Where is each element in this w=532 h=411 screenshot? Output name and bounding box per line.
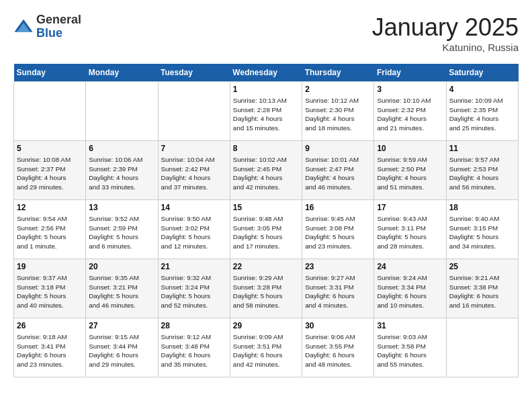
calendar-cell: 15Sunrise: 9:48 AM Sunset: 3:05 PM Dayli… — [230, 200, 302, 259]
day-info: Sunrise: 9:29 AM Sunset: 3:28 PM Dayligh… — [233, 273, 299, 310]
calendar-cell: 2Sunrise: 10:12 AM Sunset: 2:30 PM Dayli… — [302, 82, 374, 141]
day-number: 15 — [233, 203, 299, 212]
calendar-cell — [158, 82, 230, 141]
day-info: Sunrise: 9:18 AM Sunset: 3:41 PM Dayligh… — [17, 332, 83, 369]
day-number: 29 — [233, 321, 299, 330]
day-info: Sunrise: 9:40 AM Sunset: 3:15 PM Dayligh… — [449, 214, 515, 251]
day-info: Sunrise: 9:50 AM Sunset: 3:02 PM Dayligh… — [161, 214, 227, 251]
month-title: January 2025 — [372, 13, 519, 42]
day-number: 27 — [89, 321, 154, 330]
calendar-cell: 30Sunrise: 9:06 AM Sunset: 3:55 PM Dayli… — [302, 318, 374, 377]
logo-text: General Blue — [36, 13, 81, 40]
weekday-header-monday: Monday — [86, 64, 158, 82]
calendar-cell: 18Sunrise: 9:40 AM Sunset: 3:15 PM Dayli… — [446, 200, 518, 259]
week-row-1: 5Sunrise: 10:08 AM Sunset: 2:37 PM Dayli… — [14, 141, 519, 200]
day-info: Sunrise: 10:02 AM Sunset: 2:45 PM Daylig… — [233, 155, 299, 192]
week-row-2: 12Sunrise: 9:54 AM Sunset: 2:56 PM Dayli… — [14, 200, 519, 259]
day-info: Sunrise: 9:24 AM Sunset: 3:34 PM Dayligh… — [377, 273, 443, 310]
day-number: 12 — [17, 203, 83, 212]
day-number: 8 — [233, 144, 299, 153]
day-info: Sunrise: 9:09 AM Sunset: 3:51 PM Dayligh… — [233, 332, 299, 369]
calendar-cell: 23Sunrise: 9:27 AM Sunset: 3:31 PM Dayli… — [302, 259, 374, 318]
calendar-cell: 11Sunrise: 9:57 AM Sunset: 2:53 PM Dayli… — [446, 141, 518, 200]
weekday-header-thursday: Thursday — [302, 64, 374, 82]
day-info: Sunrise: 9:48 AM Sunset: 3:05 PM Dayligh… — [233, 214, 299, 251]
logo-general-text: General — [36, 13, 81, 27]
calendar-cell: 25Sunrise: 9:21 AM Sunset: 3:38 PM Dayli… — [446, 259, 518, 318]
day-number: 7 — [161, 144, 227, 153]
calendar-cell: 3Sunrise: 10:10 AM Sunset: 2:32 PM Dayli… — [374, 82, 446, 141]
logo: General Blue — [13, 13, 81, 40]
day-info: Sunrise: 10:12 AM Sunset: 2:30 PM Daylig… — [305, 96, 371, 133]
calendar-cell: 14Sunrise: 9:50 AM Sunset: 3:02 PM Dayli… — [158, 200, 230, 259]
calendar-cell: 13Sunrise: 9:52 AM Sunset: 2:59 PM Dayli… — [86, 200, 158, 259]
calendar-cell: 6Sunrise: 10:06 AM Sunset: 2:39 PM Dayli… — [86, 141, 158, 200]
day-info: Sunrise: 9:32 AM Sunset: 3:24 PM Dayligh… — [161, 273, 227, 310]
weekday-header-saturday: Saturday — [446, 64, 518, 82]
day-number: 31 — [377, 321, 443, 330]
day-number: 22 — [233, 262, 299, 271]
calendar-cell: 26Sunrise: 9:18 AM Sunset: 3:41 PM Dayli… — [14, 318, 86, 377]
weekday-header-friday: Friday — [374, 64, 446, 82]
day-info: Sunrise: 9:57 AM Sunset: 2:53 PM Dayligh… — [449, 155, 515, 192]
day-number: 20 — [89, 262, 154, 271]
day-number: 18 — [449, 203, 515, 212]
calendar-cell: 20Sunrise: 9:35 AM Sunset: 3:21 PM Dayli… — [86, 259, 158, 318]
day-info: Sunrise: 10:04 AM Sunset: 2:42 PM Daylig… — [161, 155, 227, 192]
weekday-header-wednesday: Wednesday — [230, 64, 302, 82]
day-number: 5 — [17, 144, 83, 153]
calendar-cell: 9Sunrise: 10:01 AM Sunset: 2:47 PM Dayli… — [302, 141, 374, 200]
day-number: 9 — [305, 144, 371, 153]
day-number: 2 — [305, 85, 371, 94]
day-number: 21 — [161, 262, 227, 271]
logo-icon — [13, 17, 34, 37]
calendar-cell: 7Sunrise: 10:04 AM Sunset: 2:42 PM Dayli… — [158, 141, 230, 200]
calendar-cell — [86, 82, 158, 141]
day-number: 30 — [305, 321, 371, 330]
calendar-cell: 12Sunrise: 9:54 AM Sunset: 2:56 PM Dayli… — [14, 200, 86, 259]
calendar-table: SundayMondayTuesdayWednesdayThursdayFrid… — [13, 64, 519, 377]
calendar-cell: 21Sunrise: 9:32 AM Sunset: 3:24 PM Dayli… — [158, 259, 230, 318]
day-info: Sunrise: 10:13 AM Sunset: 2:28 PM Daylig… — [233, 96, 299, 133]
calendar-cell: 22Sunrise: 9:29 AM Sunset: 3:28 PM Dayli… — [230, 259, 302, 318]
day-number: 26 — [17, 321, 83, 330]
calendar-cell: 8Sunrise: 10:02 AM Sunset: 2:45 PM Dayli… — [230, 141, 302, 200]
day-number: 17 — [377, 203, 443, 212]
calendar-cell: 1Sunrise: 10:13 AM Sunset: 2:28 PM Dayli… — [230, 82, 302, 141]
day-number: 1 — [233, 85, 299, 94]
day-info: Sunrise: 9:59 AM Sunset: 2:50 PM Dayligh… — [377, 155, 443, 192]
day-number: 23 — [305, 262, 371, 271]
calendar-cell: 19Sunrise: 9:37 AM Sunset: 3:18 PM Dayli… — [14, 259, 86, 318]
day-info: Sunrise: 10:06 AM Sunset: 2:39 PM Daylig… — [89, 155, 154, 192]
title-block: January 2025 Katunino, Russia — [372, 13, 519, 53]
day-number: 14 — [161, 203, 227, 212]
day-number: 3 — [377, 85, 443, 94]
calendar-cell: 28Sunrise: 9:12 AM Sunset: 3:48 PM Dayli… — [158, 318, 230, 377]
calendar-cell: 29Sunrise: 9:09 AM Sunset: 3:51 PM Dayli… — [230, 318, 302, 377]
calendar-cell: 24Sunrise: 9:24 AM Sunset: 3:34 PM Dayli… — [374, 259, 446, 318]
day-info: Sunrise: 9:35 AM Sunset: 3:21 PM Dayligh… — [89, 273, 154, 310]
logo-blue-text: Blue — [36, 27, 81, 40]
day-info: Sunrise: 9:37 AM Sunset: 3:18 PM Dayligh… — [17, 273, 83, 310]
day-info: Sunrise: 9:21 AM Sunset: 3:38 PM Dayligh… — [449, 273, 515, 310]
day-info: Sunrise: 10:10 AM Sunset: 2:32 PM Daylig… — [377, 96, 443, 133]
day-info: Sunrise: 9:54 AM Sunset: 2:56 PM Dayligh… — [17, 214, 83, 251]
calendar-cell: 16Sunrise: 9:45 AM Sunset: 3:08 PM Dayli… — [302, 200, 374, 259]
weekday-header-row: SundayMondayTuesdayWednesdayThursdayFrid… — [14, 64, 519, 82]
day-number: 25 — [449, 262, 515, 271]
location: Katunino, Russia — [372, 42, 519, 53]
day-info: Sunrise: 10:01 AM Sunset: 2:47 PM Daylig… — [305, 155, 371, 192]
calendar-cell: 10Sunrise: 9:59 AM Sunset: 2:50 PM Dayli… — [374, 141, 446, 200]
day-info: Sunrise: 10:09 AM Sunset: 2:35 PM Daylig… — [449, 96, 515, 133]
day-number: 16 — [305, 203, 371, 212]
day-info: Sunrise: 9:12 AM Sunset: 3:48 PM Dayligh… — [161, 332, 227, 369]
day-number: 19 — [17, 262, 83, 271]
day-info: Sunrise: 9:03 AM Sunset: 3:58 PM Dayligh… — [377, 332, 443, 369]
day-number: 24 — [377, 262, 443, 271]
day-info: Sunrise: 9:52 AM Sunset: 2:59 PM Dayligh… — [89, 214, 154, 251]
calendar-cell — [14, 82, 86, 141]
day-info: Sunrise: 10:08 AM Sunset: 2:37 PM Daylig… — [17, 155, 83, 192]
weekday-header-sunday: Sunday — [14, 64, 86, 82]
week-row-4: 26Sunrise: 9:18 AM Sunset: 3:41 PM Dayli… — [14, 318, 519, 377]
day-number: 10 — [377, 144, 443, 153]
